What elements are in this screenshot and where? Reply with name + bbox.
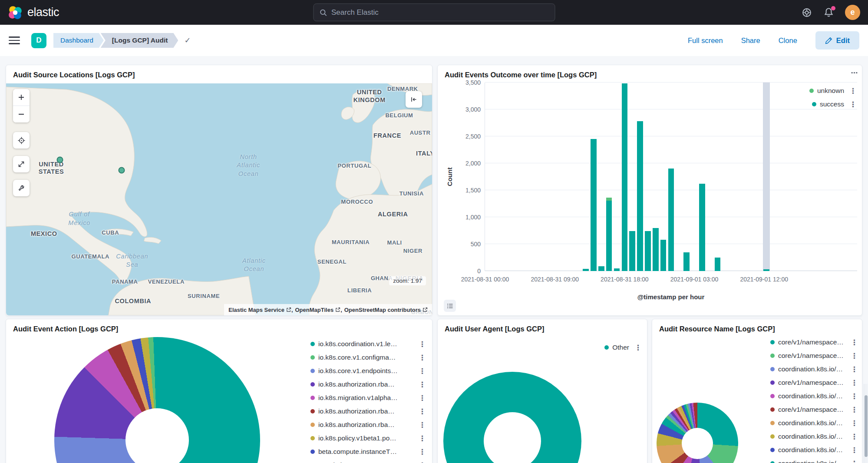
bar-chart-plot[interactable]: 05001,0001,5002,0002,5003,0003,5002021-0… [485, 83, 857, 271]
legend-item[interactable]: core/v1/namespaces/…⋮ [770, 377, 858, 388]
legend-options-icon[interactable]: ⋮ [634, 344, 642, 351]
map-zoom-out-button[interactable] [13, 106, 30, 122]
user-agent-donut-chart[interactable] [443, 372, 581, 463]
legend-item[interactable]: io.k8s.authorization.rba…⋮ [310, 419, 426, 430]
panel-title: Audit Source Locations [Logs GCP] [13, 71, 135, 79]
bar-success[interactable] [645, 231, 651, 271]
legend-options-icon[interactable]: ⋮ [849, 101, 857, 108]
legend-item[interactable]: coordination.k8s.io/…⋮ [770, 458, 858, 463]
legend-item[interactable]: io.k8s.migration.v1alpha…⋮ [310, 392, 426, 403]
map-attribution-link[interactable]: OpenMapTiles [295, 307, 341, 313]
space-avatar[interactable]: D [31, 33, 46, 48]
legend-item[interactable]: coordination.k8s.io/v…⋮ [770, 444, 858, 456]
menu-icon[interactable] [9, 36, 20, 44]
legend-options-icon[interactable]: ⋮ [851, 406, 858, 413]
full-screen-link[interactable]: Full screen [688, 36, 723, 45]
map-document-marker[interactable] [118, 167, 125, 173]
panel-options-icon[interactable] [851, 69, 858, 78]
legend-item[interactable]: core/v1/namespaces/…⋮ [770, 404, 858, 415]
legend-item[interactable]: unknown⋮ [809, 85, 857, 96]
legend-options-icon[interactable]: ⋮ [419, 394, 426, 402]
legend-options-icon[interactable]: ⋮ [851, 433, 858, 440]
edit-button[interactable]: Edit [815, 31, 859, 50]
map-attribution-link[interactable]: OpenStreetMap contributors [344, 307, 428, 313]
legend-options-icon[interactable]: ⋮ [419, 381, 426, 388]
bar-success[interactable] [660, 240, 667, 271]
bar-success[interactable] [629, 231, 635, 271]
scrollbar-thumb[interactable] [865, 395, 868, 457]
map-legend-collapse-button[interactable] [406, 91, 422, 108]
map-canvas[interactable]: UNITED STATESMEXICOCUBAGUATEMALAPANAMAVE… [6, 83, 432, 315]
bar-success[interactable] [653, 228, 659, 271]
legend-item[interactable]: coordination.k8s.io/v…⋮ [770, 390, 858, 402]
legend-item[interactable]: core/v1/namespaces/…⋮ [770, 337, 858, 348]
legend-item[interactable]: coordination.k8s.io/v…⋮ [770, 431, 858, 442]
legend-options-icon[interactable]: ⋮ [851, 379, 858, 387]
elastic-logo-icon [8, 5, 23, 20]
event-action-donut-chart[interactable] [54, 337, 260, 463]
check-icon[interactable]: ✓ [184, 36, 191, 45]
elastic-logo[interactable]: elastic [8, 5, 59, 20]
user-avatar[interactable]: e [845, 5, 860, 20]
legend-options-icon[interactable]: ⋮ [851, 366, 858, 373]
legend-item[interactable]: io.k8s.authorization.rba…⋮ [310, 379, 426, 390]
legend-item[interactable]: core/v1/namespaces/…⋮ [770, 350, 858, 361]
legend-options-icon[interactable]: ⋮ [419, 462, 426, 463]
legend-item[interactable]: beta.compute.instanceT…⋮ [310, 446, 426, 457]
legend-item[interactable]: io.k8s.core.v1.endpoints…⋮ [310, 365, 426, 377]
breadcrumb-dashboard[interactable]: Dashboard [53, 33, 104, 48]
map-attribution-link[interactable]: Elastic Maps Service [228, 307, 291, 313]
bar-success[interactable] [622, 83, 628, 271]
map-document-marker[interactable] [56, 156, 63, 163]
map-tools-button[interactable] [13, 180, 30, 196]
bar-success[interactable] [699, 184, 705, 271]
legend-options-icon[interactable]: ⋮ [851, 339, 858, 346]
legend-item[interactable]: io.k8s.core.v1.configma…⋮ [310, 352, 426, 363]
map-set-view-button[interactable] [13, 132, 30, 149]
legend-item[interactable]: coordination.k8s.io/v…⋮ [770, 364, 858, 375]
bar-success[interactable] [606, 201, 612, 271]
resource-name-donut-chart[interactable] [657, 403, 738, 463]
legend-toggle-button[interactable] [444, 300, 456, 312]
map-fit-data-button[interactable] [13, 156, 30, 172]
legend-item[interactable]: google.iam.v1…⋮ [310, 460, 426, 463]
legend-options-icon[interactable]: ⋮ [851, 352, 858, 360]
legend-options-icon[interactable]: ⋮ [419, 341, 426, 348]
global-search-input[interactable]: Search Elastic [313, 3, 555, 21]
legend-options-icon[interactable]: ⋮ [849, 87, 857, 95]
clone-link[interactable]: Clone [779, 36, 797, 45]
dashboard-grid: Audit Source Locations [Logs GCP] UNITED… [0, 56, 868, 463]
bar-success[interactable] [683, 252, 690, 271]
share-link[interactable]: Share [741, 36, 760, 45]
bar-unknown[interactable] [606, 198, 612, 200]
bar-success[interactable] [763, 269, 769, 271]
legend-options-icon[interactable]: ⋮ [419, 435, 426, 442]
legend-options-icon[interactable]: ⋮ [419, 354, 426, 361]
legend-options-icon[interactable]: ⋮ [419, 408, 426, 415]
legend-item[interactable]: success⋮ [809, 99, 857, 110]
legend-options-icon[interactable]: ⋮ [851, 420, 858, 427]
bar-success[interactable] [598, 266, 604, 271]
legend-item[interactable]: io.k8s.coordination.v1.le…⋮ [310, 338, 426, 350]
page-scrollbar[interactable] [864, 384, 868, 463]
legend-item[interactable]: Other⋮ [604, 342, 642, 353]
legend-options-icon[interactable]: ⋮ [419, 421, 426, 429]
legend-options-icon[interactable]: ⋮ [851, 393, 858, 400]
bar-success[interactable] [637, 121, 643, 271]
bar-success[interactable] [591, 139, 597, 271]
legend-options-icon[interactable]: ⋮ [851, 460, 858, 463]
map-zoom-in-button[interactable] [13, 89, 30, 106]
legend-options-icon[interactable]: ⋮ [419, 448, 426, 456]
legend-item[interactable]: io.k8s.policy.v1beta1.po…⋮ [310, 433, 426, 444]
bar-success[interactable] [715, 258, 721, 271]
legend-item[interactable]: io.k8s.authorization.rba…⋮ [310, 406, 426, 417]
legend-options-icon[interactable]: ⋮ [851, 446, 858, 454]
help-icon[interactable] [802, 7, 812, 18]
legend-options-icon[interactable]: ⋮ [419, 367, 426, 375]
newsfeed-icon[interactable] [823, 7, 834, 18]
bar-success[interactable] [668, 169, 674, 271]
bar-success[interactable] [614, 268, 620, 271]
legend-item[interactable]: coordination.k8s.io/v…⋮ [770, 417, 858, 429]
y-axis-title: Count [446, 167, 453, 186]
bar-success[interactable] [583, 269, 589, 271]
